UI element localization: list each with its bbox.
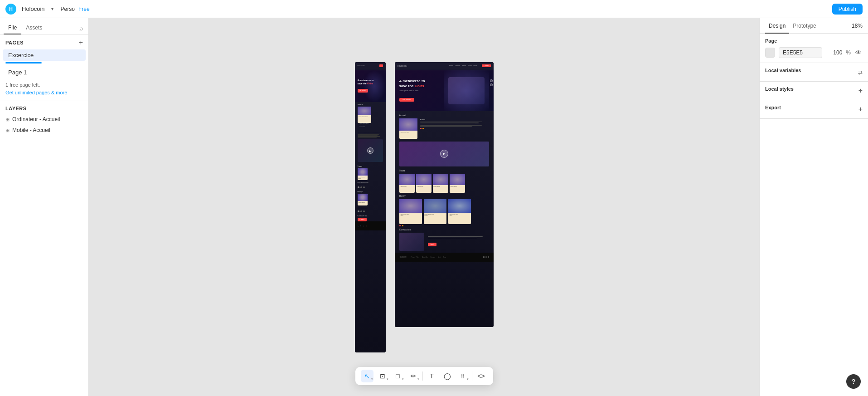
app-logo: H xyxy=(5,4,16,15)
export-row: Export + xyxy=(765,105,863,114)
page-color-row: E5E5E5 100 % 👁 xyxy=(765,47,863,58)
upgrade-link[interactable]: Get unlimited pages & more xyxy=(5,90,67,95)
main-layout: File Assets ⌕ Pages + Excercice Page 1 1… xyxy=(0,18,868,396)
settings-icon: ⇄ xyxy=(858,69,863,76)
mobile-rarity-cards: Lorem ipsum xyxy=(355,194,386,207)
local-styles-section: Local styles + xyxy=(760,82,868,100)
comment-icon: ◯ xyxy=(444,372,451,380)
select-tool[interactable]: ↖ ▾ xyxy=(361,370,373,382)
desktop-frame-container: HOLOCOIN HomeGamesStoreTeamNews Connect … xyxy=(395,62,494,327)
local-variables-section: Local variables ⇄ xyxy=(760,63,868,82)
page-color-value[interactable]: E5E5E5 xyxy=(779,47,822,58)
component-tool[interactable]: ⁞⁞ ▾ xyxy=(456,370,469,382)
canvas-area[interactable]: HOLOCOIN ● A metaverse tosave the Ghirs … xyxy=(89,18,759,396)
desktop-frame[interactable]: HOLOCOIN HomeGamesStoreTeamNews Connect … xyxy=(395,62,494,327)
mobile-rarity-label: Rarity xyxy=(355,189,386,194)
zoom-control: 18% xyxy=(852,18,863,33)
help-button[interactable]: ? xyxy=(846,374,861,389)
mobile-frame-content: HOLOCOIN ● A metaverse tosave the Ghirs … xyxy=(355,62,386,352)
mobile-about-label: About xyxy=(355,102,386,107)
tab-file[interactable]: File xyxy=(4,22,21,34)
select-icon: ↖ xyxy=(364,372,370,380)
code-tool[interactable]: <> xyxy=(475,370,488,382)
component-chevron: ▾ xyxy=(467,377,469,381)
bottom-toolbar: ↖ ▾ ⊡ ▾ □ ▾ ✏ ▾ T ◯ ⁞⁞ xyxy=(355,367,493,385)
frame-tool[interactable]: ⊡ ▾ xyxy=(376,370,389,382)
frame-icon: ⊡ xyxy=(380,372,385,380)
page-color-swatch[interactable] xyxy=(765,48,775,58)
mobile-frame-container: HOLOCOIN ● A metaverse tosave the Ghirs … xyxy=(355,62,386,352)
export-add-button[interactable]: + xyxy=(858,105,863,113)
top-bar: H Holocoin ▾ Perso Free Publish xyxy=(0,0,868,18)
left-sidebar: File Assets ⌕ Pages + Excercice Page 1 1… xyxy=(0,18,89,396)
select-chevron: ▾ xyxy=(371,377,373,381)
page-active-bar xyxy=(5,62,42,64)
app-title: Holocoin xyxy=(22,5,45,12)
local-styles-title: Local styles xyxy=(765,86,794,92)
user-links: Perso Free xyxy=(61,6,90,12)
page-item-page1[interactable]: Page 1 xyxy=(3,67,86,78)
local-variables-settings-button[interactable]: ⇄ xyxy=(858,68,863,76)
page-section: Page E5E5E5 100 % 👁 xyxy=(760,34,868,63)
comment-tool[interactable]: ◯ xyxy=(441,370,454,382)
search-button[interactable]: ⌕ xyxy=(78,23,85,34)
local-styles-row: Local styles + xyxy=(765,86,863,95)
layer-mobile[interactable]: ⊞ Mobile - Accueil xyxy=(0,125,88,136)
visibility-button[interactable]: 👁 xyxy=(854,48,863,57)
pen-icon: ✏ xyxy=(411,372,416,380)
rect-chevron: ▾ xyxy=(402,377,404,381)
mobile-footer: 🐦📘📷💼 xyxy=(355,221,386,230)
layer-icon-ordinateur: ⊞ xyxy=(5,117,10,122)
zoom-value[interactable]: 18% xyxy=(852,23,863,29)
mobile-team-cards: Lorem ipsumdolor xyxy=(355,168,386,182)
export-title: Export xyxy=(765,105,781,110)
tab-prototype[interactable]: Prototype xyxy=(789,18,820,34)
mobile-play-btn: ▶ xyxy=(367,147,373,154)
opacity-value[interactable]: 100 xyxy=(826,49,842,56)
code-icon: <> xyxy=(477,372,485,380)
layer-ordinateur[interactable]: ⊞ Ordinateur - Accueil xyxy=(0,114,88,125)
tab-assets[interactable]: Assets xyxy=(21,22,47,34)
page-section-title: Page xyxy=(765,38,863,44)
perso-link[interactable]: Perso xyxy=(61,6,75,12)
page-item-excercice[interactable]: Excercice xyxy=(3,49,86,61)
mobile-frame[interactable]: HOLOCOIN ● A metaverse tosave the Ghirs … xyxy=(355,62,386,352)
mobile-hero: A metaverse tosave the Ghirs Get Started xyxy=(355,70,386,102)
text-tool[interactable]: T xyxy=(426,370,438,382)
toolbar-divider-2 xyxy=(472,372,472,381)
tab-design[interactable]: Design xyxy=(765,18,789,34)
rect-tool[interactable]: □ ▾ xyxy=(392,370,404,382)
mobile-contact-label: Contact us xyxy=(355,213,386,218)
component-icon: ⁞⁞ xyxy=(461,372,465,380)
publish-button[interactable]: Publish xyxy=(832,4,863,15)
free-link[interactable]: Free xyxy=(78,6,90,12)
local-variables-row: Local variables ⇄ xyxy=(765,68,863,77)
upgrade-notice: 1 free page left. Get unlimited pages & … xyxy=(5,81,83,96)
export-section: Export + xyxy=(760,100,868,119)
mobile-video: ▶ xyxy=(358,139,383,162)
pen-tool[interactable]: ✏ ▾ xyxy=(407,370,420,382)
layers-section: Layers ⊞ Ordinateur - Accueil ⊞ Mobile -… xyxy=(0,101,88,396)
layer-icon-mobile: ⊞ xyxy=(5,127,10,133)
layers-section-header: Layers xyxy=(0,101,88,114)
desktop-frame-content: HOLOCOIN HomeGamesStoreTeamNews Connect … xyxy=(395,62,494,327)
frame-chevron: ▾ xyxy=(387,377,388,381)
opacity-unit: % xyxy=(846,49,851,56)
text-icon: T xyxy=(430,372,434,380)
pen-chevron: ▾ xyxy=(417,377,419,381)
sidebar-tabs: File Assets ⌕ xyxy=(0,18,88,34)
canvas-frames: HOLOCOIN ● A metaverse tosave the Ghirs … xyxy=(355,62,494,352)
local-variables-title: Local variables xyxy=(765,68,801,73)
local-styles-add-button[interactable]: + xyxy=(858,87,863,95)
mobile-team-label: Team xyxy=(355,164,386,168)
add-page-button[interactable]: + xyxy=(79,39,83,46)
search-icon: ⌕ xyxy=(79,24,83,32)
eye-icon: 👁 xyxy=(855,49,862,56)
desktop-header-bar: HOLOCOIN HomeGamesStoreTeamNews Connect xyxy=(395,62,494,70)
title-chevron[interactable]: ▾ xyxy=(51,6,53,11)
toolbar-divider-1 xyxy=(422,372,423,381)
pages-section-header: Pages + xyxy=(0,34,88,49)
rect-icon: □ xyxy=(396,372,399,380)
right-panel-tabs: Design Prototype 18% xyxy=(760,18,868,34)
right-panel: Design Prototype 18% Page E5E5E5 100 % 👁… xyxy=(759,18,868,396)
